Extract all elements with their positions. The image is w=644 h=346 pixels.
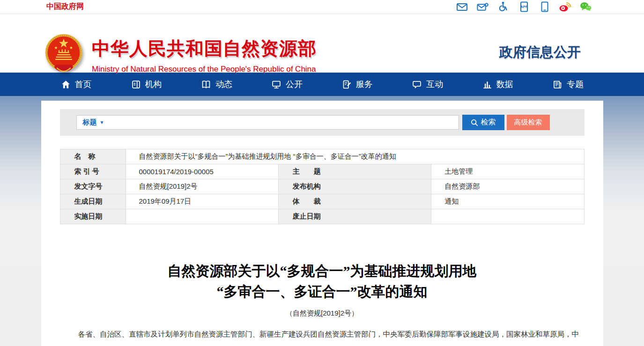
meta-label-genre: 体 裁 [278,194,431,209]
meta-label-issuer: 发布机构 [278,179,431,194]
meta-label-topic: 主 题 [278,164,431,179]
book-icon [201,80,211,89]
search-icon [471,119,478,126]
meta-label-doc-number: 发文字号 [60,179,126,194]
document-body: 各省、自治区、直辖市及计划单列市自然资源主管部门、新疆生产建设兵团自然资源主管部… [64,325,581,346]
nav-label: 动态 [215,79,232,90]
site-title: 中华人民共和国自然资源部 [92,36,317,61]
nav-item-topics[interactable]: 专题 [533,73,603,96]
site-subtitle-en: Ministry of Natural Resources of the Peo… [92,65,317,74]
table-row: 生成日期 2019年09月17日 体 裁 通知 [60,194,584,209]
app-download-icon[interactable]: APP [518,1,530,12]
weibo-icon[interactable] [559,1,571,12]
meta-value-name: 自然资源部关于以“多规合一”为基础推进规划用地 “多审合一、多证合一”改革的通知 [126,149,584,164]
meta-value-doc-number: 自然资规[2019]2号 [126,179,278,194]
nav-label: 首页 [75,79,92,90]
top-icon-group: APP [456,1,592,12]
nav-item-disclosure[interactable]: 公开 [252,73,322,96]
meta-value-issuer: 自然资源部 [431,179,584,194]
document-title-line1: 自然资源部关于以“多规合一”为基础推进规划用地 [41,261,603,281]
meta-value-effective-date [126,209,278,224]
nav-item-services[interactable]: 服务 [322,73,392,96]
search-bar: 标题 ▼ 检索 高级检索 [60,109,585,136]
search-field-selector[interactable]: 标题 ▼ [83,118,104,127]
mobile-icon[interactable] [539,1,550,12]
site-header: 中华人民共和国自然资源部 Ministry of Natural Resourc… [0,14,644,73]
nav-label: 公开 [286,79,303,90]
organization-icon [131,80,141,89]
gov-portal-link[interactable]: 中国政府网 [46,2,84,12]
meta-value-genre: 通知 [431,194,584,209]
table-row: 名 称 自然资源部关于以“多规合一”为基础推进规划用地 “多审合一、多证合一”改… [60,149,584,164]
nav-item-interaction[interactable]: 互动 [392,73,463,96]
meta-label-effective-date: 实施日期 [60,209,126,224]
newspaper-icon [552,80,563,89]
search-button[interactable]: 检索 [462,115,504,130]
advanced-search-button[interactable]: 高级检索 [507,115,550,130]
accessibility-icon[interactable] [497,1,509,12]
nav-label: 服务 [356,79,373,90]
top-utility-bar: 中国政府网 APP [0,0,644,14]
edit-document-icon [342,80,352,89]
meta-label-repeal-date: 废止日期 [278,209,431,224]
table-row: 实施日期 废止日期 [60,209,584,224]
meta-label-index: 索 引 号 [60,164,126,179]
nav-label: 专题 [567,79,584,90]
mail-subscribe-icon[interactable] [477,1,489,12]
home-icon [61,80,71,89]
content-card: 标题 ▼ 检索 高级检索 名 称 自然资源部关于以“多规合一”为基础推进规划用地… [41,101,603,346]
main-nav: 首页 机构 动态 公开 服务 互动 数据 专题 [0,73,644,96]
meta-value-topic: 土地管理 [431,164,584,179]
search-button-label: 检索 [481,118,496,127]
page-background: 标题 ▼ 检索 高级检索 名 称 自然资源部关于以“多规合一”为基础推进规划用地… [0,96,644,346]
monitor-icon [271,80,281,89]
search-field-label: 标题 [83,118,97,127]
document-title-line2: “多审合一、多证合一”改革的通知 [41,281,603,302]
page-title: 政府信息公开 [499,43,581,62]
document-number: （自然资规[2019]2号） [41,309,603,318]
mail-icon[interactable] [456,1,468,12]
meta-label-name: 名 称 [60,149,126,164]
meta-value-created-date: 2019年09月17日 [126,194,278,209]
nav-label: 机构 [145,79,162,90]
meta-label-created-date: 生成日期 [60,194,126,209]
bar-chart-icon [482,80,492,89]
brand-block: 中华人民共和国自然资源部 Ministry of Natural Resourc… [92,36,317,74]
document-title: 自然资源部关于以“多规合一”为基础推进规划用地 “多审合一、多证合一”改革的通知 [41,261,603,302]
nav-item-org[interactable]: 机构 [111,73,182,96]
wechat-icon[interactable] [580,1,592,12]
meta-value-repeal-date [431,209,584,224]
national-emblem-logo[interactable] [44,33,83,77]
chevron-down-icon: ▼ [100,120,104,125]
table-row: 发文字号 自然资规[2019]2号 发布机构 自然资源部 [60,179,584,194]
app-icon-label: APP [520,5,527,9]
nav-label: 互动 [426,79,443,90]
meta-value-index: 000019174/2019-00005 [126,164,278,179]
search-input[interactable]: 标题 ▼ [76,115,459,130]
table-row: 索 引 号 000019174/2019-00005 主 题 土地管理 [60,164,584,179]
nav-label: 数据 [496,79,513,90]
nav-item-news[interactable]: 动态 [182,73,252,96]
nav-item-data[interactable]: 数据 [463,73,533,96]
document-meta-table: 名 称 自然资源部关于以“多规合一”为基础推进规划用地 “多审合一、多证合一”改… [60,149,585,224]
chat-bubble-icon [412,80,422,89]
